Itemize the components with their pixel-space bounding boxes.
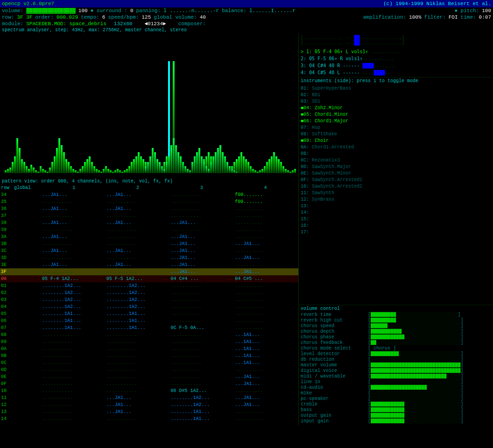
row-global	[13, 296, 41, 303]
row-channel: ..........	[234, 303, 298, 310]
pattern-row: 37......................................…	[0, 212, 298, 219]
row-global	[13, 380, 41, 387]
volume-row-label: reverb high cut	[301, 318, 366, 323]
row-global	[13, 401, 41, 408]
row-channel: ...........	[170, 303, 234, 310]
pattern-row: 05........1A1...........1A1.............…	[0, 310, 298, 317]
row-channel: ...........	[170, 191, 234, 198]
status-row-3: module: SPACEDEB.MOD: space_debris 132x6…	[0, 21, 493, 27]
row-global	[13, 394, 41, 401]
row-channel: ...JA1...	[106, 394, 170, 401]
instrument-row: 07: Hup	[301, 125, 491, 131]
row-channel: ...JA1...	[41, 261, 106, 268]
row-number: 0C	[0, 359, 13, 366]
row-global	[13, 289, 41, 296]
row-global	[13, 387, 41, 394]
pattern-row: 35.................................f00..…	[0, 198, 298, 205]
volume-label: volume:	[2, 8, 23, 14]
status-row-1: volume: ▓▓▓▓▓▓▓▓▓▓▓▓▓▓▓▓ 100 ● surround …	[0, 7, 493, 14]
instrument-row: 02: BD1	[301, 92, 491, 98]
row-channel: ...JA1...	[170, 254, 234, 261]
ch-row-2: 2: 05 F-5 06↑ R vols1↑ ..........	[301, 55, 491, 62]
row-channel: ...........	[170, 289, 234, 296]
row-channel: ...........	[106, 254, 170, 261]
pattern-row: 01........1A2...........1A2.............…	[0, 282, 298, 289]
row-channel: ...........	[41, 212, 106, 219]
row-channel: ...........	[170, 282, 234, 289]
amplification-val: 100%	[409, 14, 421, 20]
volume-row: midi / wavetable[███████████████████████…	[301, 374, 491, 379]
row-number: 3E	[0, 261, 13, 268]
global-vol-val: 40	[200, 14, 206, 20]
pattern-header: pattern view: order 000, 4 channels, (in…	[0, 178, 298, 185]
row-channel: ...JA1...	[41, 191, 106, 198]
volume-row: chorus feedback[██░░░░░░░░░░░░░░░░░░░░░░…	[301, 340, 491, 345]
row-channel: 05 F-5 1A2...	[106, 275, 170, 282]
row-channel: ........1A1...	[106, 317, 170, 324]
row-channel: ...JA1...	[234, 394, 298, 401]
volume-panel-title: volume control	[301, 306, 491, 311]
row-channel: ...........	[170, 331, 234, 338]
meter-row-1: [.............. -- ██...............]	[301, 35, 491, 40]
pattern-row: 38...JA1......JA1......JA1.............	[0, 219, 298, 226]
volume-row-label: line in	[301, 379, 366, 385]
volume-row: output gain[████████████░░░░░░░░░░░░░░░░…	[301, 413, 491, 418]
row-channel: ...........	[106, 226, 170, 233]
row-number: 0E	[0, 373, 13, 380]
row-channel: ...JA1...	[234, 268, 298, 275]
volume-row: db reduction[░░░░░░░░░░░░░░░░░░░░░░░░░░░…	[301, 357, 491, 362]
surround-label: ● surround :	[91, 8, 127, 14]
volume-bar: ▓▓▓▓▓▓▓▓▓▓▓▓▓▓▓▓	[26, 8, 76, 14]
pattern-row: 34...JA1......JA1..............f00......…	[0, 191, 298, 198]
time-label: time:	[461, 14, 476, 20]
row-number: 13	[0, 408, 13, 415]
volume-row-bar: [░░░░░░░░░░░░░░░░░░░░░░░░░░░░░░░░]	[368, 391, 464, 396]
instrument-row: 16:	[301, 223, 491, 229]
pattern-row: 07........1A1...........1A1...0C F-5 0A.…	[0, 324, 298, 331]
row-global	[13, 324, 41, 331]
row-channel: ...........	[106, 373, 170, 380]
pattern-row: 14..............................1A1.....…	[0, 415, 298, 422]
instrument-row: 0C: Rezonatix3	[301, 157, 491, 164]
row-channel: ...........	[170, 310, 234, 317]
row-channel: ........1A2...	[41, 303, 106, 310]
row-channel: ...........	[41, 338, 106, 345]
row-channel: 06 D#5 1A2...	[170, 387, 234, 394]
volume-row-bar: [░░░░░░░░░░░░░░░░░░░░░░░░░░░░░░░░]	[368, 379, 464, 385]
row-channel: ...1A1...	[234, 352, 298, 359]
row-global	[13, 226, 41, 233]
size-val: 132x60	[114, 21, 133, 27]
volume-row: chorus mode select[ chorus ]	[301, 346, 491, 351]
global-vol-label: global volume:	[154, 14, 197, 20]
ch-row-1: > 1: 05 F-4 06↑ L vols1↑ ..........	[301, 48, 491, 55]
volume-row-label: output gain	[301, 413, 366, 418]
instrument-row: 08: SoftShake	[301, 131, 491, 138]
volume-row-bar: [████████████░░░░░░░░░░░░░░░░░░░░]	[368, 335, 464, 340]
row-channel: ...JA1...	[41, 219, 106, 226]
pitch-label: ● pitch:	[454, 8, 479, 14]
row-channel: ...JA1...	[234, 380, 298, 387]
row-channel: ...........	[106, 233, 170, 240]
row-channel: ...........	[41, 254, 106, 261]
row-channel: 04 C#5 ...	[234, 275, 298, 282]
row-global	[13, 303, 41, 310]
col-row: row	[1, 185, 14, 191]
row-channel: ..........	[234, 247, 298, 254]
row-channel: ........1A1...	[106, 310, 170, 317]
row-channel: ........1A2...	[106, 296, 170, 303]
row-channel: ........1A2...	[170, 394, 234, 401]
row-channel: ..........	[234, 219, 298, 226]
pattern-row: 13..............JA1...........1A1.......…	[0, 408, 298, 415]
row-channel: ........1A1...	[170, 415, 234, 422]
row-label: row:	[2, 14, 14, 20]
channel-meters: [.............. -- ██...............] [.…	[299, 33, 493, 47]
row-channel: ...JA1...	[234, 401, 298, 408]
volume-row: pc-speaker[░░░░░░░░░░░░░░░░░░░░░░░░░░░░░…	[301, 396, 491, 401]
panning-bar: l ......-n......-r	[163, 8, 219, 14]
row-channel: ..........	[234, 366, 298, 373]
row-channel: ...........	[106, 240, 170, 247]
row-channel: ...........	[106, 338, 170, 345]
volume-row-label: cd-audio	[301, 385, 366, 390]
instrument-row: 14:	[301, 210, 491, 216]
cursor-indicator: ◄01234►	[144, 21, 166, 27]
